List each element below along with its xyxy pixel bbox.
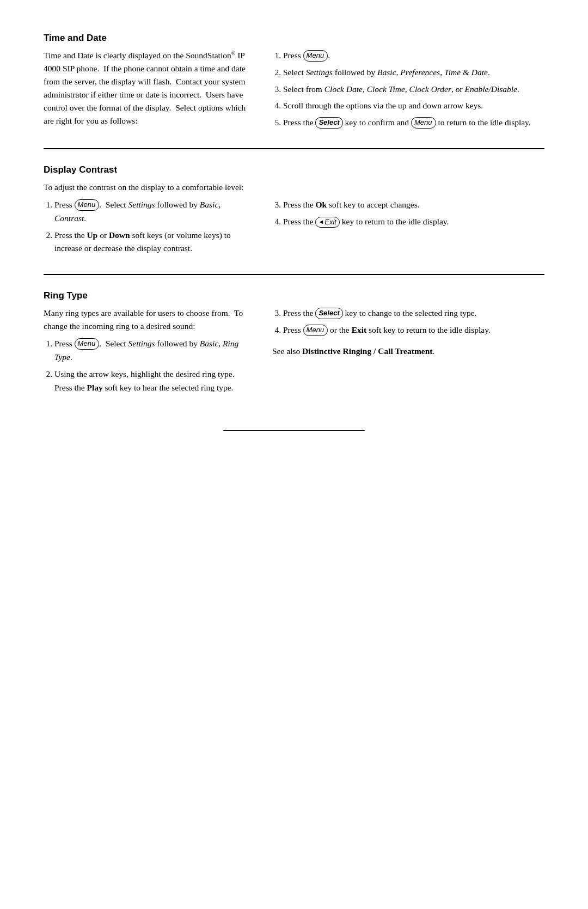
display-contrast-content: Press Menu. Select Settings followed by … xyxy=(44,198,544,259)
time-and-date-description: Time and Date is clearly displayed on th… xyxy=(44,49,250,127)
ring-type-content: Many ring types are available for users … xyxy=(44,307,544,398)
exit-key-icon: ◄Exit xyxy=(315,217,340,228)
dc-step-4: Press the ◄Exit key to return to the idl… xyxy=(283,215,544,229)
step-4: Scroll through the options via the up an… xyxy=(283,99,544,113)
time-and-date-left: Time and Date is clearly displayed on th… xyxy=(44,49,250,133)
time-and-date-content: Time and Date is clearly displayed on th… xyxy=(44,49,544,133)
display-contrast-intro: To adjust the contrast on the display to… xyxy=(44,181,544,194)
menu-key-dc: Menu xyxy=(75,199,100,211)
dc-step-3: Press the Ok soft key to accept changes. xyxy=(283,198,544,212)
ring-type-left-steps: Press Menu. Select Settings followed by … xyxy=(54,337,250,394)
menu-key-rt: Menu xyxy=(75,338,100,350)
dc-step-2: Press the Up or Down soft keys (or volum… xyxy=(54,229,250,256)
ring-type-right: Press the Select key to change to the se… xyxy=(272,307,544,398)
bottom-rule xyxy=(223,430,365,431)
rt-step-3: Press the Select key to change to the se… xyxy=(283,307,544,320)
step-3: Select from Clock Date, Clock Time, Cloc… xyxy=(283,83,544,96)
select-key-rt: Select xyxy=(315,308,342,319)
display-contrast-left-steps: Press Menu. Select Settings followed by … xyxy=(54,198,250,255)
menu-key-icon: Menu xyxy=(303,50,328,62)
select-key-icon: Select xyxy=(315,117,342,129)
display-contrast-left: Press Menu. Select Settings followed by … xyxy=(44,198,250,259)
time-and-date-title: Time and Date xyxy=(44,33,544,44)
menu-key-icon-2: Menu xyxy=(411,117,436,129)
ring-type-title: Ring Type xyxy=(44,290,544,301)
display-contrast-right: Press the Ok soft key to accept changes.… xyxy=(272,198,544,259)
ring-type-right-steps: Press the Select key to change to the se… xyxy=(283,307,544,337)
dc-step-1: Press Menu. Select Settings followed by … xyxy=(54,198,250,225)
step-5: Press the Select key to confirm and Menu… xyxy=(283,116,544,130)
display-contrast-title: Display Contrast xyxy=(44,164,544,175)
rt-step-4: Press Menu or the Exit soft key to retur… xyxy=(283,324,544,337)
ring-type-section: Ring Type Many ring types are available … xyxy=(44,290,544,398)
display-contrast-section: Display Contrast To adjust the contrast … xyxy=(44,164,544,259)
see-also-text: See also Distinctive Ringing / Call Trea… xyxy=(272,345,544,358)
step-2: Select Settings followed by Basic, Prefe… xyxy=(283,66,544,80)
ring-type-description: Many ring types are available for users … xyxy=(44,307,250,333)
step-1: Press Menu. xyxy=(283,49,544,63)
divider-2 xyxy=(44,274,544,275)
time-and-date-steps: Press Menu. Select Settings followed by … xyxy=(283,49,544,130)
divider-1 xyxy=(44,148,544,149)
display-contrast-right-steps: Press the Ok soft key to accept changes.… xyxy=(283,198,544,229)
rt-step-2: Using the arrow keys, highlight the desi… xyxy=(54,368,250,395)
ring-type-left: Many ring types are available for users … xyxy=(44,307,250,398)
menu-key-rt-2: Menu xyxy=(303,325,328,336)
time-and-date-section: Time and Date Time and Date is clearly d… xyxy=(44,33,544,133)
time-and-date-right: Press Menu. Select Settings followed by … xyxy=(272,49,544,133)
rt-step-1: Press Menu. Select Settings followed by … xyxy=(54,337,250,364)
